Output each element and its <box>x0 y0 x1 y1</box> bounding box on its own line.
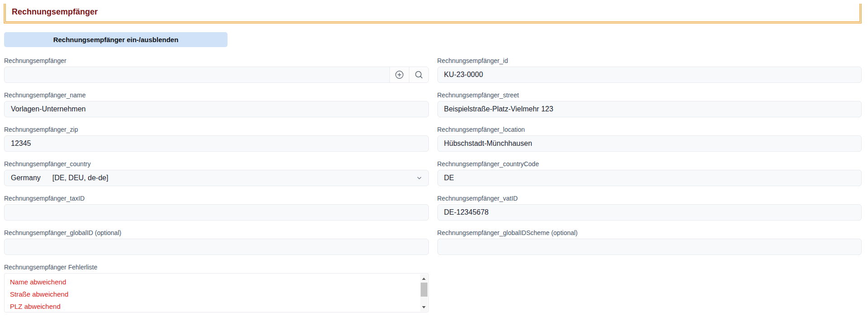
country-select-value: Germany <box>11 174 41 182</box>
scroll-up-icon <box>422 278 426 280</box>
chevron-down-icon <box>417 176 422 180</box>
country-select-code-hint: [DE, DEU, de-de] <box>52 174 109 182</box>
name-label: Rechnungsempfänger_name <box>4 91 429 99</box>
location-input[interactable] <box>437 135 862 152</box>
global-id-scheme-label: Rechnungsempfänger_globalIDScheme (optio… <box>437 229 862 236</box>
scroll-down-button[interactable] <box>420 303 428 311</box>
field-vat-id: Rechnungsempfänger_vatID <box>437 195 862 221</box>
country-select[interactable]: Germany [DE, DEU, de-de] <box>4 170 429 186</box>
recipient-search-label: Rechnungsempfänger <box>4 57 429 64</box>
add-recipient-button[interactable] <box>389 67 409 82</box>
scrollbar[interactable] <box>420 274 428 312</box>
scrollbar-thumb[interactable] <box>421 283 427 297</box>
error-list-label: Rechnungsempfänger Fehlerliste <box>4 264 429 271</box>
field-global-id-scheme: Rechnungsempfänger_globalIDScheme (optio… <box>437 229 862 255</box>
field-error-list: Rechnungsempfänger Fehlerliste Name abwe… <box>4 264 429 312</box>
zip-input[interactable] <box>4 135 429 152</box>
error-list-item: PLZ abweichend <box>10 300 415 312</box>
field-global-id: Rechnungsempfänger_globalID (optional) <box>4 229 429 255</box>
name-input[interactable] <box>4 101 429 117</box>
field-country-code: Rechnungsempfänger_countryCode <box>437 160 862 186</box>
error-list[interactable]: Name abweichendStraße abweichendPLZ abwe… <box>4 273 429 312</box>
recipient-search-input[interactable] <box>5 67 389 82</box>
street-label: Rechnungsempfänger_street <box>437 91 862 99</box>
scroll-down-icon <box>422 306 426 308</box>
circle-plus-icon <box>395 70 404 79</box>
country-code-label: Rechnungsempfänger_countryCode <box>437 160 862 168</box>
error-list-item: Straße abweichend <box>10 288 415 300</box>
field-tax-id: Rechnungsempfänger_taxID <box>4 195 429 221</box>
search-recipient-button[interactable] <box>409 67 428 82</box>
country-label: Rechnungsempfänger_country <box>4 160 429 168</box>
scroll-up-button[interactable] <box>420 275 428 282</box>
field-recipient-search: Rechnungsempfänger <box>4 57 429 83</box>
field-name: Rechnungsempfänger_name <box>4 91 429 117</box>
street-input[interactable] <box>437 101 862 117</box>
id-input[interactable] <box>437 67 862 83</box>
country-code-input[interactable] <box>437 170 862 186</box>
field-id: Rechnungsempfänger_id <box>437 57 862 83</box>
toggle-visibility-button[interactable]: Rechnungsempfänger ein-/ausblenden <box>4 32 228 47</box>
recipient-form: Rechnungsempfänger <box>4 57 862 317</box>
page-title: Rechnungsempfänger <box>12 7 859 17</box>
field-zip: Rechnungsempfänger_zip <box>4 126 429 152</box>
global-id-label: Rechnungsempfänger_globalID (optional) <box>4 229 429 236</box>
zip-label: Rechnungsempfänger_zip <box>4 126 429 133</box>
section-header: Rechnungsempfänger <box>4 4 862 24</box>
field-location: Rechnungsempfänger_location <box>437 126 862 152</box>
vat-id-input[interactable] <box>437 204 862 221</box>
id-label: Rechnungsempfänger_id <box>437 57 862 64</box>
field-country: Rechnungsempfänger_country Germany [DE, … <box>4 160 429 186</box>
error-list-item: Name abweichend <box>10 276 415 288</box>
tax-id-label: Rechnungsempfänger_taxID <box>4 195 429 202</box>
recipient-search-group <box>4 67 429 83</box>
location-label: Rechnungsempfänger_location <box>437 126 862 133</box>
search-icon <box>414 70 423 79</box>
global-id-input[interactable] <box>4 239 429 255</box>
tax-id-input[interactable] <box>4 204 429 221</box>
vat-id-label: Rechnungsempfänger_vatID <box>437 195 862 202</box>
field-street: Rechnungsempfänger_street <box>437 91 862 117</box>
global-id-scheme-input[interactable] <box>437 239 862 255</box>
